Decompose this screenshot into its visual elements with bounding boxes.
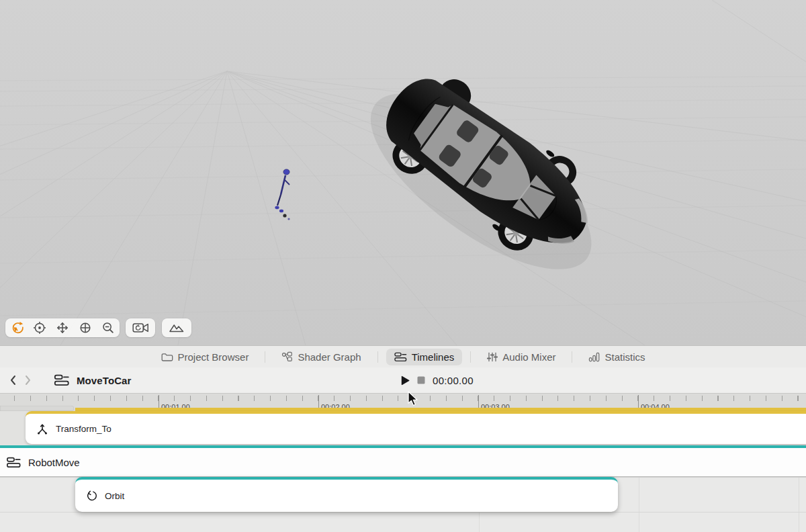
- stop-button[interactable]: [417, 376, 425, 384]
- robotmove-row[interactable]: RobotMove: [0, 448, 806, 477]
- grid-line: [799, 478, 799, 532]
- sub-track-label: Orbit: [105, 491, 124, 501]
- zoom-tool-icon: [101, 321, 115, 335]
- tab-shader-graph[interactable]: Shader Graph: [273, 349, 369, 365]
- recenter-tool-icon: [33, 321, 46, 335]
- transform-to-action[interactable]: Transform_To: [26, 411, 806, 444]
- orbit-tool-icon: [10, 321, 24, 335]
- tab-separator: [265, 351, 265, 363]
- timeline-transport: MoveToCar 00:00.00: [0, 367, 806, 393]
- action-lane: Transform_To: [0, 411, 806, 445]
- environment-tool-group: [162, 318, 191, 337]
- camera-button[interactable]: [126, 318, 155, 337]
- mini-robot-figure[interactable]: [275, 169, 289, 220]
- tab-label: Statistics: [604, 351, 645, 363]
- tab-project-browser[interactable]: Project Browser: [153, 349, 257, 365]
- viewport: [0, 0, 806, 345]
- back-button[interactable]: [5, 371, 20, 389]
- folder-icon: [161, 352, 173, 362]
- scene-svg: [0, 0, 806, 345]
- tab-separator: [377, 351, 378, 363]
- environment-button[interactable]: [162, 318, 191, 337]
- timeline-title: MoveToCar: [54, 374, 131, 386]
- tab-statistics[interactable]: Statistics: [580, 349, 653, 365]
- tab-separator: [572, 351, 572, 363]
- chevron-left-icon: [9, 375, 17, 386]
- tab-separator: [470, 351, 471, 363]
- black-car-model[interactable]: [345, 48, 628, 300]
- action-label: Transform_To: [56, 424, 111, 434]
- orbit-action[interactable]: Orbit: [75, 477, 618, 512]
- zoom-tool-button[interactable]: [97, 318, 120, 337]
- time-display: 00:00.00: [433, 375, 474, 386]
- stop-icon: [417, 376, 425, 384]
- tab-audio-mixer[interactable]: Audio Mixer: [479, 349, 564, 365]
- play-button[interactable]: [401, 375, 410, 386]
- forward-button[interactable]: [20, 371, 35, 389]
- timeline-scrollbar-thumb[interactable]: [0, 406, 74, 411]
- pan-tool-button[interactable]: [51, 318, 74, 337]
- sphere-tool-icon: [79, 321, 92, 335]
- tab-timelines[interactable]: Timelines: [386, 349, 463, 365]
- ruler-minor-ticks: [0, 396, 806, 401]
- chevron-right-icon: [24, 375, 32, 386]
- timeline-icon: [394, 352, 407, 362]
- navigation-tool-group: [5, 318, 120, 337]
- pan-tool-icon: [56, 321, 69, 335]
- play-icon: [401, 375, 410, 386]
- timeline-icon: [6, 457, 21, 468]
- section-label: RobotMove: [28, 457, 80, 468]
- tab-label: Shader Graph: [298, 351, 361, 363]
- tab-label: Timelines: [412, 351, 455, 363]
- app-window: Project Browser Shader Graph: [0, 0, 806, 532]
- timeline-icon: [54, 374, 70, 386]
- orbit-tool-button[interactable]: [5, 318, 28, 337]
- audio-mixer-icon: [487, 352, 498, 362]
- timeline-name: MoveToCar: [77, 375, 131, 386]
- statistics-icon: [588, 352, 600, 362]
- camera-tool-group: [126, 318, 155, 337]
- grid-line: [0, 512, 806, 513]
- camera-rotate-icon: [132, 322, 149, 334]
- sphere-tool-button[interactable]: [74, 318, 97, 337]
- grid-line: [639, 478, 639, 532]
- mountains-icon: [169, 322, 185, 333]
- tab-label: Audio Mixer: [502, 351, 555, 363]
- rotate-icon: [85, 490, 97, 502]
- viewport-toolbar: [0, 318, 806, 337]
- panel-tab-bar: Project Browser Shader Graph: [0, 345, 806, 367]
- recenter-tool-button[interactable]: [28, 318, 51, 337]
- tab-label: Project Browser: [178, 351, 249, 363]
- shader-graph-icon: [281, 351, 293, 362]
- transform-icon: [36, 423, 48, 435]
- viewport-canvas[interactable]: [0, 0, 806, 345]
